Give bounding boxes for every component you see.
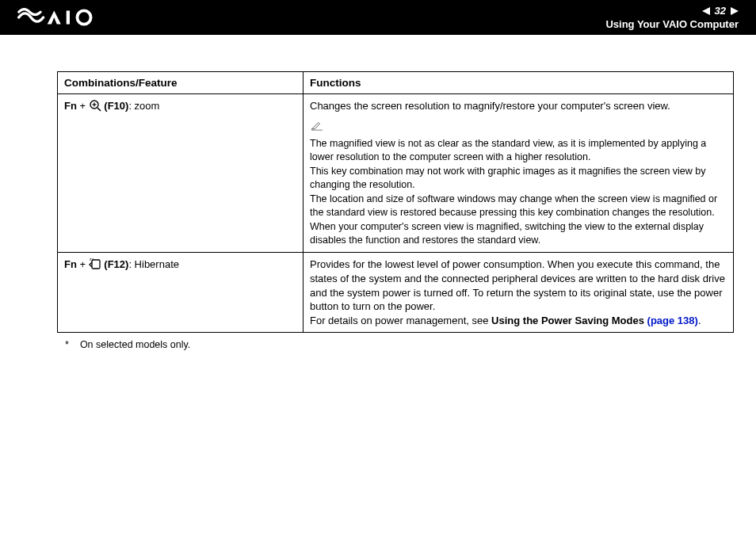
note-line: The location and size of software window…: [310, 193, 727, 219]
page-reference-link[interactable]: (page 138): [647, 315, 698, 326]
pencil-note-icon: [310, 121, 324, 135]
key-label: (F10): [101, 100, 129, 112]
key-label: (F12): [101, 258, 129, 270]
table-row: Fn + (F10): zoom Changes the screen reso…: [58, 94, 734, 253]
svg-rect-0: [67, 10, 70, 24]
function-description: Provides for the lowest level of power c…: [310, 257, 727, 313]
page-header: 32 Using Your VAIO Computer: [0, 0, 756, 35]
svg-text:z: z: [92, 257, 94, 261]
table-header-combinations: Combinations/Feature: [58, 72, 304, 94]
svg-line-3: [97, 108, 101, 111]
header-right: 32 Using Your VAIO Computer: [605, 5, 739, 30]
svg-point-1: [77, 10, 90, 24]
fn-key-label: Fn: [64, 258, 77, 270]
footnote-text: On selected models only.: [80, 339, 190, 350]
footnote-mark: *: [65, 339, 69, 350]
feature-label: : zoom: [128, 100, 159, 112]
note-line: When your computer's screen view is magn…: [310, 220, 727, 247]
fn-combinations-table: Combinations/Feature Functions Fn + (F10…: [57, 71, 734, 333]
note-block: The magnified view is not as clear as th…: [310, 121, 727, 247]
section-title: Using Your VAIO Computer: [605, 18, 739, 30]
function-cell: Changes the screen resolution to magnify…: [304, 94, 734, 253]
magnify-icon: [89, 99, 101, 112]
table-row: Fn + zz (F12): Hibernate Provides for th…: [58, 253, 734, 333]
function-cell: Provides for the lowest level of power c…: [304, 253, 734, 333]
fn-key-label: Fn: [64, 100, 77, 112]
combination-cell: Fn + (F10): zoom: [58, 94, 304, 253]
combination-cell: Fn + zz (F12): Hibernate: [58, 253, 304, 333]
svg-rect-6: [92, 260, 100, 269]
feature-label: : Hibernate: [128, 258, 179, 270]
hibernate-icon: zz: [89, 257, 101, 270]
prev-page-arrow-icon[interactable]: [702, 7, 710, 15]
reference-title: Using the Power Saving Modes: [491, 315, 647, 326]
page-navigator: 32: [702, 5, 739, 17]
note-line: This key combination may not work with g…: [310, 165, 727, 192]
function-detail: For details on power management, see Usi…: [310, 314, 727, 328]
vaio-logo: [17, 8, 113, 27]
next-page-arrow-icon[interactable]: [731, 7, 739, 15]
footnote: * On selected models only.: [57, 333, 734, 350]
page-number: 32: [715, 5, 726, 17]
function-description: Changes the screen resolution to magnify…: [310, 99, 727, 113]
table-header-functions: Functions: [304, 72, 734, 94]
note-line: The magnified view is not as clear as th…: [310, 137, 727, 164]
page-content: Combinations/Feature Functions Fn + (F10…: [0, 35, 756, 350]
